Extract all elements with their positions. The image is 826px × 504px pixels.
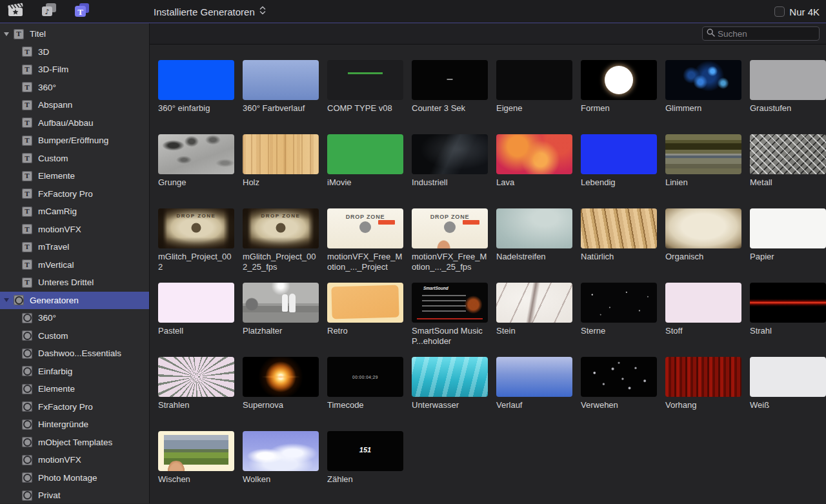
titles-generators-icon: T — [73, 3, 91, 21]
sidebar-item-custom[interactable]: Custom — [0, 327, 149, 345]
sidebar-item-label: motionVFX — [38, 455, 81, 465]
generator-label: Platzhalter — [243, 326, 319, 336]
sidebar-item-motionvfx[interactable]: motionVFX — [0, 221, 149, 239]
sidebar-item-abspann[interactable]: Abspann — [0, 96, 149, 114]
generator-item-nat-rlich[interactable]: Natürlich — [581, 208, 657, 283]
sidebar-item-label: 360° — [38, 83, 56, 92]
generator-label: Verwehen — [581, 400, 657, 410]
only-4k-checkbox[interactable] — [774, 6, 785, 17]
generator-item-360-einfarbig[interactable]: 360° einfarbig — [158, 60, 234, 134]
sidebar-item-elemente[interactable]: Elemente — [0, 380, 149, 398]
generator-label: Industriell — [412, 177, 488, 188]
sidebar-item-bumper-er-ffnung[interactable]: Bumper/Eröffnung — [0, 132, 149, 150]
generator-item-formen[interactable]: Formen — [581, 60, 657, 134]
generator-item-stein[interactable]: Stein — [496, 283, 572, 357]
generator-item-wolken[interactable]: Wolken — [243, 431, 319, 503]
media-browser-button[interactable] — [6, 3, 26, 20]
generator-item-verwehen[interactable]: Verwehen — [581, 357, 657, 431]
generator-thumbnail — [581, 208, 657, 248]
generator-item-strahl[interactable]: Strahl — [750, 283, 826, 357]
generator-item-eigene[interactable]: Eigene — [496, 60, 572, 134]
generator-item-lebendig[interactable]: Lebendig — [581, 134, 657, 208]
sidebar-item-elemente[interactable]: Elemente — [0, 167, 149, 185]
generator-item-lava[interactable]: Lava — [496, 134, 572, 208]
sidebar-item-motionvfx[interactable]: motionVFX — [0, 451, 149, 469]
generator-item-counter-3-sek[interactable]: Counter 3 Sek — [412, 60, 488, 134]
content-area: 360° einfarbig 360° Farbverlauf COMP TYP… — [150, 23, 826, 503]
generator-item-motionvfx-free-motion-25-fps[interactable]: DROP ZONE motionVFX_Free_Motion_..._25_f… — [412, 208, 488, 283]
generator-item-industriell[interactable]: Industriell — [412, 134, 488, 208]
generator-thumbnail — [750, 283, 826, 323]
photos-audio-browser-button[interactable]: ♪ — [39, 3, 59, 20]
sidebar-item-360[interactable]: 360° — [0, 79, 149, 97]
generator-item-stoff[interactable]: Stoff — [665, 283, 741, 357]
sidebar-item-einfarbig[interactable]: Einfarbig — [0, 363, 149, 381]
generator-item-mglitch-project-002-25-fps[interactable]: DROP ZONE mGlitch_Project_002_25_fps — [243, 208, 319, 283]
sidebar-item-titel[interactable]: Titel — [0, 25, 149, 43]
generator-item-organisch[interactable]: Organisch — [665, 208, 741, 283]
search-field[interactable] — [702, 26, 820, 41]
generator-grid[interactable]: 360° einfarbig 360° Farbverlauf COMP TYP… — [150, 45, 826, 503]
generator-thumbnail: DROP ZONE — [158, 208, 234, 248]
generator-item-holz[interactable]: Holz — [243, 134, 319, 208]
generator-item-imovie[interactable]: iMovie — [327, 134, 403, 208]
disclosure-triangle-icon[interactable] — [4, 298, 9, 302]
browser-scope-popup[interactable]: Installierte Generatoren — [154, 0, 266, 23]
sidebar-item-3d[interactable]: 3D — [0, 43, 149, 61]
generator-item-verlauf[interactable]: Verlauf — [496, 357, 572, 431]
generator-item-motionvfx-free-motion-project[interactable]: DROP ZONE motionVFX_Free_Motion_..._Proj… — [327, 208, 403, 283]
sidebar-item-hintergr-nde[interactable]: Hintergründe — [0, 416, 149, 434]
sidebar-item-mvertical[interactable]: mVertical — [0, 256, 149, 274]
generator-item-vorhang[interactable]: Vorhang — [665, 357, 741, 431]
generator-item-graustufen[interactable]: Graustufen — [750, 60, 826, 134]
generator-item-retro[interactable]: Retro — [327, 283, 403, 357]
generator-thumbnail — [158, 431, 234, 471]
generator-item-360-farbverlauf[interactable]: 360° Farbverlauf — [243, 60, 319, 134]
generator-item-metall[interactable]: Metall — [750, 134, 826, 208]
generator-item-grunge[interactable]: Grunge — [158, 134, 234, 208]
sidebar-item-fxfactory-pro[interactable]: FxFactory Pro — [0, 398, 149, 416]
sidebar-item-unteres-drittel[interactable]: Unteres Drittel — [0, 274, 149, 292]
generator-item-unterwasser[interactable]: Unterwasser — [412, 357, 488, 431]
sidebar-item-dashwoo-essentials[interactable]: Dashwoo...Essentials — [0, 345, 149, 363]
generator-item-sterne[interactable]: Sterne — [581, 283, 657, 357]
sidebar-item-photo-montage[interactable]: Photo Montage — [0, 469, 149, 487]
generator-item-timecode[interactable]: 00:00:04;29 Timecode — [327, 357, 403, 431]
sidebar-item-mcamrig[interactable]: mCamRig — [0, 203, 149, 221]
generator-label: SmartSound Music P...eholder — [412, 326, 488, 347]
sidebar-list[interactable]: Titel 3D 3D-Film 360° Abspann Aufbau/Abb… — [0, 23, 150, 503]
generator-item-z-hlen[interactable]: 151 Zählen — [327, 431, 403, 503]
generator-label: Wolken — [243, 474, 319, 485]
generator-item-wei[interactable]: Weiß — [750, 357, 826, 431]
generator-item-mglitch-project-002[interactable]: DROP ZONE mGlitch_Project_002 — [158, 208, 234, 283]
sidebar-item-360[interactable]: 360° — [0, 309, 149, 327]
sidebar-item-privat[interactable]: Privat — [0, 487, 149, 503]
generator-item-comp-type-v08[interactable]: COMP TYPE v08 — [327, 60, 403, 134]
generator-item-platzhalter[interactable]: Platzhalter — [243, 283, 319, 357]
sidebar-item-custom[interactable]: Custom — [0, 150, 149, 168]
titles-generators-browser-button[interactable]: T — [72, 3, 92, 20]
sidebar-item-fxfactory-pro[interactable]: FxFactory Pro — [0, 185, 149, 203]
generator-item-smartsound-music-p-eholder[interactable]: SmartSound SmartSound Music P...eholder — [412, 283, 488, 357]
title-category-icon — [22, 136, 32, 146]
sidebar-item-3d-film[interactable]: 3D-Film — [0, 61, 149, 79]
generator-label: Supernova — [243, 400, 319, 410]
generator-item-strahlen[interactable]: Strahlen — [158, 357, 234, 431]
sidebar-item-mtravel[interactable]: mTravel — [0, 238, 149, 256]
sidebar-item-generatoren[interactable]: Generatoren — [0, 292, 149, 310]
generator-item-linien[interactable]: Linien — [665, 134, 741, 208]
generator-item-pastell[interactable]: Pastell — [158, 283, 234, 357]
generator-item-glimmern[interactable]: Glimmern — [665, 60, 741, 134]
generator-item-nadelstreifen[interactable]: Nadelstreifen — [496, 208, 572, 283]
search-input[interactable] — [718, 29, 815, 39]
sidebar-item-label: Titel — [30, 29, 46, 39]
title-category-icon — [22, 171, 32, 181]
disclosure-triangle-icon[interactable] — [4, 32, 9, 36]
title-category-icon — [22, 65, 32, 75]
generator-item-papier[interactable]: Papier — [750, 208, 826, 283]
sidebar-item-mobject-templates[interactable]: mObject Templates — [0, 434, 149, 452]
generator-item-wischen[interactable]: Wischen — [158, 431, 234, 503]
sidebar-item-aufbau-abbau[interactable]: Aufbau/Abbau — [0, 114, 149, 132]
generator-item-supernova[interactable]: Supernova — [243, 357, 319, 431]
sidebar-item-label: mTravel — [38, 242, 69, 252]
